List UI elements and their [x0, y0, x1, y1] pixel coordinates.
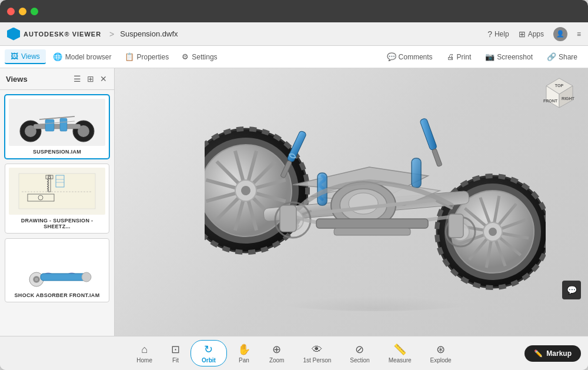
share-label: Share [559, 53, 577, 61]
markup-button[interactable]: ✏️ Markup [524, 345, 581, 362]
svg-rect-9 [19, 174, 95, 209]
tool-orbit[interactable]: ↻Orbit [191, 340, 227, 366]
view-label-suspension: SUSPENSION.IAM [9, 149, 105, 155]
maximize-button[interactable] [31, 8, 38, 15]
action-screenshot[interactable]: 📷Screenshot [479, 50, 539, 64]
sidebar-close-button[interactable]: ✕ [99, 73, 108, 85]
chat-icon: 💬 [567, 285, 577, 295]
print-label: Print [457, 53, 472, 61]
bottom-tools: ⌂Home⊡Fit↻Orbit✋Pan⊕Zoom👁1st Person⊘Sect… [128, 340, 459, 366]
filename-label: Suspension.dwfx [120, 29, 178, 38]
sidebar-header: Views ☰ ⊞ ✕ [0, 68, 114, 90]
shock-thumbnail-svg [16, 244, 98, 288]
fit-icon: ⊡ [171, 343, 180, 356]
brand-label: AUTODESK® VIEWER [24, 31, 101, 38]
help-button[interactable]: ? Help [487, 29, 509, 39]
tool-measure[interactable]: 📏Measure [380, 341, 420, 366]
nav-right: ? Help ⊞ Apps 👤 ≡ [487, 27, 581, 41]
toolbar: 🖼Views🌐Model browser📋Properties⚙Settings… [0, 46, 588, 68]
tool-explode[interactable]: ⊛Explode [422, 341, 460, 366]
svg-text:FRONT: FRONT [543, 99, 558, 103]
comments-label: Comments [399, 53, 433, 61]
views-icon: 🖼 [11, 52, 18, 61]
drawing-thumbnail-svg [16, 171, 98, 212]
menu-button[interactable]: ≡ [577, 30, 581, 38]
svg-line-7 [39, 116, 75, 119]
sidebar-header-icons: ☰ ⊞ ✕ [72, 73, 108, 85]
autodesk-logo: AUTODESK® VIEWER [7, 28, 101, 41]
svg-rect-69 [334, 228, 410, 235]
help-icon: ? [487, 29, 492, 39]
print-icon: 🖨 [447, 52, 455, 61]
screenshot-label: Screenshot [497, 53, 533, 61]
home-icon: ⌂ [141, 344, 148, 356]
sidebar-title: Views [6, 75, 28, 84]
pan-icon: ✋ [238, 343, 250, 356]
tab-properties[interactable]: 📋Properties [119, 50, 175, 64]
screenshot-icon: 📷 [485, 52, 495, 61]
tool-1st-person[interactable]: 👁1st Person [295, 341, 339, 366]
measure-icon: 📏 [393, 343, 406, 356]
view-label-drawing: DRAWING - SUSPENSION - SHEETZ... [9, 218, 105, 229]
avatar[interactable]: 👤 [553, 27, 567, 41]
action-comments[interactable]: 💬Comments [381, 50, 439, 64]
tool-section[interactable]: ⊘Section [342, 341, 377, 366]
svg-point-52 [349, 193, 378, 214]
zoom-label: Zoom [269, 357, 285, 364]
svg-rect-68 [316, 219, 428, 228]
tool-pan[interactable]: ✋Pan [229, 341, 259, 366]
properties-label: Properties [137, 53, 169, 61]
explode-label: Explode [430, 357, 452, 364]
main-model-svg [205, 91, 546, 314]
tab-model-browser[interactable]: 🌐Model browser [47, 50, 118, 64]
comments-icon: 💬 [387, 52, 396, 61]
apps-icon: ⊞ [519, 29, 526, 39]
1st-person-icon: 👁 [312, 344, 322, 356]
help-label: Help [495, 30, 509, 38]
orbit-icon: ↻ [204, 343, 213, 356]
nav-cube-svg: TOP FRONT RIGHT [540, 75, 579, 114]
svg-text:RIGHT: RIGHT [562, 96, 575, 101]
svg-rect-67 [449, 214, 463, 238]
svg-rect-6 [60, 118, 67, 131]
main-content: Views ☰ ⊞ ✕ [0, 68, 588, 336]
action-print[interactable]: 🖨Print [441, 50, 477, 64]
feedback-button[interactable]: 💬 [562, 281, 581, 299]
tab-settings[interactable]: ⚙Settings [176, 50, 223, 64]
toolbar-left: 🖼Views🌐Model browser📋Properties⚙Settings [5, 49, 380, 64]
minimize-button[interactable] [19, 8, 26, 15]
svg-rect-21 [41, 274, 86, 281]
list-view-button[interactable]: ☰ [72, 73, 82, 85]
home-label: Home [136, 357, 152, 364]
view-item-suspension[interactable]: SUSPENSION.IAM [5, 95, 109, 159]
view-item-shock[interactable]: SHOCK ABSORBER FRONT.IAM [5, 238, 109, 302]
svg-rect-5 [45, 119, 54, 131]
grid-view-button[interactable]: ⊞ [86, 73, 95, 85]
model-browser-icon: 🌐 [53, 52, 62, 61]
tool-fit[interactable]: ⊡Fit [163, 341, 188, 366]
measure-label: Measure [389, 357, 412, 364]
viewport[interactable]: TOP FRONT RIGHT 💬 [115, 68, 588, 336]
zoom-icon: ⊕ [272, 343, 281, 356]
tab-views[interactable]: 🖼Views [5, 49, 46, 64]
view-label-shock: SHOCK ABSORBER FRONT.IAM [9, 292, 105, 298]
svg-rect-4 [34, 124, 81, 129]
svg-text:TOP: TOP [555, 84, 564, 88]
suspension-thumbnail-svg [16, 102, 98, 143]
orbit-label: Orbit [202, 357, 216, 364]
tool-zoom[interactable]: ⊕Zoom [261, 341, 293, 366]
action-share[interactable]: 🔗Share [541, 50, 583, 64]
tool-home[interactable]: ⌂Home [128, 341, 161, 366]
view-thumb-suspension [9, 99, 105, 146]
1st-person-label: 1st Person [303, 357, 331, 364]
explode-icon: ⊛ [436, 343, 445, 356]
share-icon: 🔗 [547, 52, 556, 61]
svg-point-24 [258, 282, 493, 311]
apps-button[interactable]: ⊞ Apps [519, 29, 544, 39]
settings-icon: ⚙ [182, 52, 189, 61]
section-icon: ⊘ [355, 343, 364, 356]
view-item-drawing[interactable]: DRAWING - SUSPENSION - SHEETZ... [5, 164, 109, 234]
app-window: AUTODESK® VIEWER > Suspension.dwfx ? Hel… [0, 0, 588, 370]
nav-cube[interactable]: TOP FRONT RIGHT [540, 75, 579, 114]
close-button[interactable] [7, 8, 15, 15]
